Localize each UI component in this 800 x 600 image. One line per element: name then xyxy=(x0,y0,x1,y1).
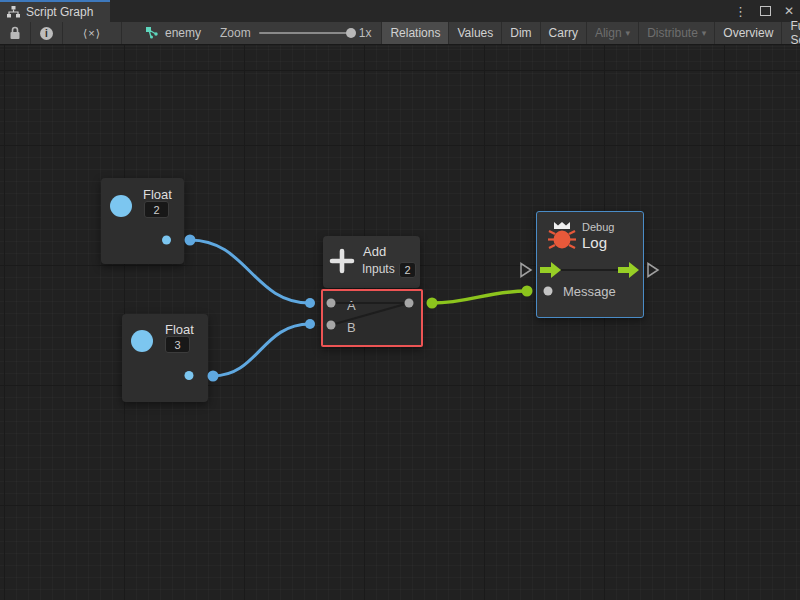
add-node-ports-error-highlight[interactable]: A B xyxy=(321,289,423,347)
info-icon: i xyxy=(40,27,53,40)
values-button[interactable]: Values xyxy=(448,22,501,44)
node-title: Add xyxy=(363,244,386,259)
chevron-down-icon: ▾ xyxy=(702,28,707,38)
code-preview-button[interactable]: ⟨×⟩ xyxy=(63,22,122,44)
dim-label: Dim xyxy=(510,26,531,40)
distribute-dropdown[interactable]: Distribute ▾ xyxy=(638,22,714,44)
port-a-label: A xyxy=(347,298,356,313)
inputs-label: Inputs xyxy=(362,262,395,276)
float-node-bottom[interactable]: Float 3 xyxy=(122,314,208,402)
node-title: Log xyxy=(582,234,607,251)
window-controls: ⋮ ✕ xyxy=(734,0,794,22)
graph-name-label: enemy xyxy=(165,26,201,40)
debug-log-node[interactable]: Debug Log Message xyxy=(536,211,644,318)
zoom-value: 1x xyxy=(359,26,372,40)
relations-button[interactable]: Relations xyxy=(381,22,448,44)
tab-title: Script Graph xyxy=(26,5,93,19)
distribute-label: Distribute xyxy=(647,26,698,40)
node-category: Debug xyxy=(582,221,614,233)
carry-label: Carry xyxy=(549,26,578,40)
dim-button[interactable]: Dim xyxy=(501,22,539,44)
float-output-port[interactable] xyxy=(110,195,132,217)
lock-icon xyxy=(9,26,21,40)
node-title: Float xyxy=(143,187,172,202)
tab-script-graph[interactable]: Script Graph xyxy=(0,0,110,22)
float-value-field[interactable]: 3 xyxy=(165,336,190,353)
align-label: Align xyxy=(595,26,622,40)
overview-label: Overview xyxy=(723,26,773,40)
toolbar-buttons: Relations Values Dim Carry Align ▾ Distr… xyxy=(381,22,800,44)
full-screen-button[interactable]: Full Screen xyxy=(781,22,800,44)
graph-hierarchy-icon xyxy=(7,6,20,18)
values-label: Values xyxy=(457,26,493,40)
graph-breadcrumb[interactable]: enemy xyxy=(136,22,210,44)
float-node-top[interactable]: Float 2 xyxy=(101,178,184,264)
float-output-port[interactable] xyxy=(131,330,153,352)
port-b-label: B xyxy=(347,320,356,335)
node-title: Float xyxy=(165,322,194,337)
carry-button[interactable]: Carry xyxy=(540,22,586,44)
overview-button[interactable]: Overview xyxy=(714,22,781,44)
window-menu-icon[interactable]: ⋮ xyxy=(734,5,747,18)
script-graph-asset-icon xyxy=(145,26,159,40)
full-screen-label: Full Screen xyxy=(790,19,800,47)
lock-button[interactable] xyxy=(0,22,31,44)
align-dropdown[interactable]: Align ▾ xyxy=(586,22,638,44)
maximize-icon[interactable] xyxy=(760,6,771,16)
inputs-count-field[interactable]: 2 xyxy=(399,262,416,278)
add-node-header[interactable]: Add Inputs 2 xyxy=(323,236,420,288)
graph-toolbar: i ⟨×⟩ enemy Zoom 1x Relations Values Dim xyxy=(0,22,800,45)
relations-label: Relations xyxy=(390,26,440,40)
title-bar: Script Graph ⋮ ✕ xyxy=(0,0,800,22)
float-value-field[interactable]: 2 xyxy=(144,201,169,218)
script-graph-window: Script Graph ⋮ ✕ i ⟨×⟩ xyxy=(0,0,800,600)
code-icon: ⟨×⟩ xyxy=(83,27,101,40)
close-icon[interactable]: ✕ xyxy=(784,5,794,17)
zoom-slider-track[interactable] xyxy=(259,32,351,34)
debug-bug-icon xyxy=(545,221,579,251)
chevron-down-icon: ▾ xyxy=(626,28,631,38)
zoom-slider-handle[interactable] xyxy=(346,28,356,38)
zoom-label: Zoom xyxy=(220,26,251,40)
plus-icon xyxy=(329,248,355,274)
zoom-control: Zoom 1x xyxy=(210,22,381,44)
message-port-label: Message xyxy=(563,284,616,299)
info-button[interactable]: i xyxy=(31,22,63,44)
